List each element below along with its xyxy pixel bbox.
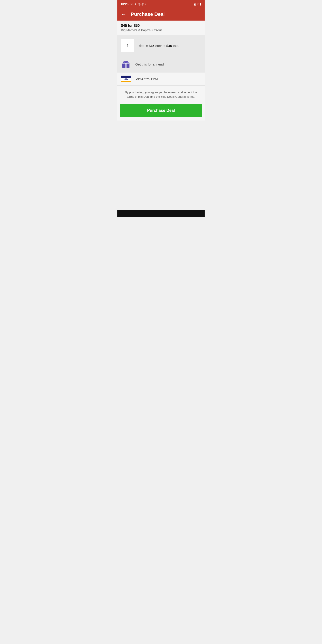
- quantity-row[interactable]: 1 deal x $45 each = $45 total: [118, 35, 204, 56]
- visa-text: VISA: [124, 78, 128, 81]
- photo-icon: 🖼: [130, 2, 133, 6]
- deal-price: $45 for $50: [121, 24, 201, 28]
- dot-icon: •: [145, 2, 146, 6]
- quantity-label: deal x $45 each = $45 total: [139, 44, 201, 48]
- visa-stripe-top: [121, 76, 131, 78]
- bottom-black-bar: [118, 210, 204, 217]
- deal-restaurant: Big Mama's & Papa's Pizzeria: [121, 28, 201, 32]
- quantity-total-label: total: [172, 44, 179, 48]
- quantity-total-price: $45: [166, 44, 172, 48]
- cbs-icon: ◎: [138, 2, 140, 6]
- quantity-each-price: $45: [149, 44, 154, 48]
- battery-icon: ▮: [200, 2, 202, 6]
- quantity-input[interactable]: 1: [121, 39, 134, 52]
- eye-icon: ◎: [142, 2, 144, 6]
- terms-text: By purchasing, you agree you have read a…: [121, 90, 201, 99]
- gift-icon-container: [121, 59, 131, 69]
- purchase-button-container: Purchase Deal: [118, 102, 204, 120]
- gift-icon: [122, 60, 130, 69]
- back-button[interactable]: ←: [121, 12, 126, 17]
- gift-label: Get this for a friend: [135, 62, 164, 66]
- vibrate-icon: ▣: [194, 2, 196, 6]
- gift-row[interactable]: Get this for a friend: [118, 56, 204, 72]
- toolbar-title: Purchase Deal: [131, 12, 165, 17]
- visa-card-icon: VISA: [121, 76, 131, 82]
- purchase-deal-button[interactable]: Purchase Deal: [120, 104, 202, 117]
- svg-rect-3: [122, 63, 130, 64]
- bottom-area: [118, 120, 204, 210]
- slack-icon: ✦: [134, 2, 137, 6]
- status-bar-right: ▣ ▾ ▮: [194, 2, 202, 6]
- status-time: 10:23: [120, 2, 128, 6]
- payment-label: VISA ****-1194: [136, 77, 158, 81]
- status-bar: 10:23 🖼 ✦ ◎ ◎ • ▣ ▾ ▮: [118, 0, 204, 8]
- payment-row[interactable]: VISA VISA ****-1194: [118, 72, 204, 86]
- status-bar-icons: 🖼 ✦ ◎ ◎ •: [130, 2, 146, 6]
- wifi-icon: ▾: [197, 2, 199, 6]
- svg-point-6: [125, 62, 126, 63]
- quantity-description: deal x: [139, 44, 149, 48]
- status-bar-left: 10:23 🖼 ✦ ◎ ◎ •: [120, 2, 146, 6]
- visa-stripe-bottom: [121, 81, 131, 82]
- quantity-separator: each =: [154, 44, 166, 48]
- toolbar: ← Purchase Deal: [118, 8, 204, 20]
- terms-section: By purchasing, you agree you have read a…: [118, 86, 204, 102]
- deal-info-section: $45 for $50 Big Mama's & Papa's Pizzeria: [118, 20, 204, 35]
